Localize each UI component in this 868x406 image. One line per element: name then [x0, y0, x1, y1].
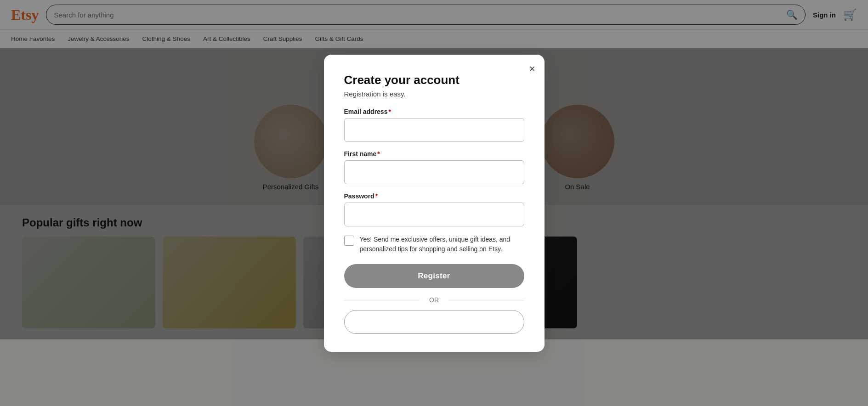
- close-icon[interactable]: ×: [529, 63, 535, 75]
- email-label: Email address*: [344, 108, 524, 115]
- email-group: Email address*: [344, 108, 524, 142]
- firstname-field[interactable]: [344, 160, 524, 184]
- newsletter-checkbox[interactable]: [344, 236, 354, 246]
- password-group: Password*: [344, 192, 524, 226]
- newsletter-group: Yes! Send me exclusive offers, unique gi…: [344, 235, 524, 254]
- modal-title: Create your account: [344, 73, 524, 87]
- firstname-group: First name*: [344, 150, 524, 184]
- password-field[interactable]: [344, 203, 524, 226]
- firstname-required-star: *: [377, 150, 380, 158]
- email-required-star: *: [388, 108, 391, 115]
- modal-subtitle: Registration is easy.: [344, 90, 524, 98]
- registration-modal: × Create your account Registration is ea…: [324, 55, 545, 340]
- newsletter-label: Yes! Send me exclusive offers, unique gi…: [360, 235, 524, 254]
- continue-with-button[interactable]: [344, 310, 524, 334]
- password-label: Password*: [344, 192, 524, 200]
- firstname-label: First name*: [344, 150, 524, 158]
- modal-overlay: × Create your account Registration is ea…: [0, 0, 868, 339]
- password-required-star: *: [375, 192, 378, 200]
- or-divider: OR: [344, 296, 524, 304]
- email-field[interactable]: [344, 118, 524, 142]
- register-button[interactable]: Register: [344, 264, 524, 288]
